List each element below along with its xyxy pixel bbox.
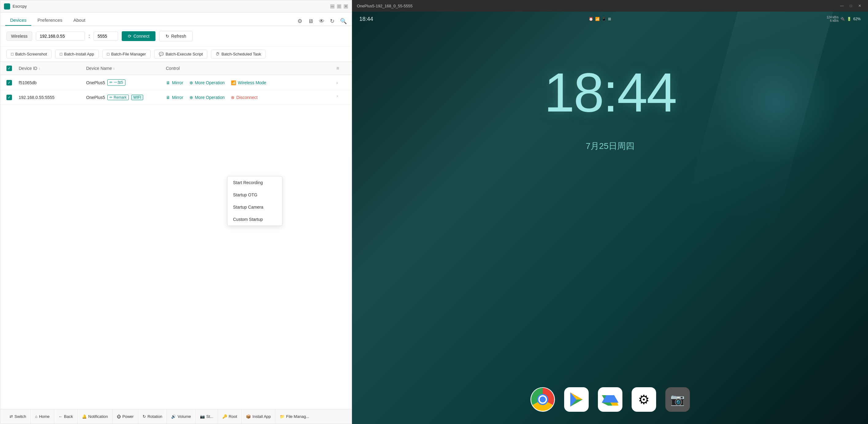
notification-button[interactable]: 🔔 Notification xyxy=(78,409,113,424)
install-app-button[interactable]: 📦 Install App xyxy=(242,409,275,424)
dropdown-startup-otg[interactable]: Startup OTG xyxy=(227,189,282,201)
switch-icon: ⇄ xyxy=(9,414,13,419)
row2-tag-remark[interactable]: ✏ Remark xyxy=(107,95,128,100)
port-input[interactable] xyxy=(94,32,118,41)
mirror-icon-1: 🖥 xyxy=(166,80,170,85)
batch-task-label: Batch-Scheduled Task xyxy=(221,52,261,56)
ip-input[interactable] xyxy=(36,32,85,41)
power-button[interactable]: ⏻ Power xyxy=(113,409,138,424)
phone-screen[interactable]: 18:44 ⏰ 📶 📱 ⊞ 124 kB/s 6 kB/s 🔌 🔋 62% 18… xyxy=(352,12,868,424)
power-icon: ⏻ xyxy=(117,414,121,419)
dock-settings[interactable]: ⚙ xyxy=(631,387,656,412)
row1-tag-1[interactable]: ✏ 一加5 xyxy=(107,79,125,86)
batch-install-icon: □ xyxy=(60,52,62,56)
row2-mirror-button[interactable]: 🖥 Mirror xyxy=(166,95,183,100)
phone-close-button[interactable]: ✕ xyxy=(856,3,863,8)
minimize-button[interactable]: — xyxy=(330,4,335,8)
settings-icon[interactable]: ⚙ xyxy=(298,18,302,25)
phone-maximize-button[interactable]: □ xyxy=(848,3,854,8)
row2-expand[interactable]: ˅ xyxy=(336,95,345,100)
home-button[interactable]: ⌂ Home xyxy=(31,409,54,424)
row2-more-op-button[interactable]: ⊕ More Operation xyxy=(189,95,225,100)
disconnect-label: Disconnect xyxy=(237,95,257,100)
tab-about[interactable]: About xyxy=(68,15,90,26)
phone-win-controls: — □ ✕ xyxy=(838,3,863,8)
mirror-label-1: Mirror xyxy=(172,80,183,85)
row1-mirror-button[interactable]: 🖥 Mirror xyxy=(166,80,183,85)
header-checkbox[interactable]: ✓ xyxy=(6,66,12,71)
app-logo xyxy=(4,3,10,9)
device-table: ✓ Device ID ↕ Device Name ↕ Control ≡ ✓ … xyxy=(0,62,352,409)
device-id-sort-icon[interactable]: ↕ xyxy=(39,66,40,70)
main-window: Escrcpy — □ ✕ Devices Preferences About … xyxy=(0,0,352,424)
switch-button[interactable]: ⇄ Switch xyxy=(5,409,31,424)
back-button[interactable]: ← Back xyxy=(54,409,78,424)
batch-script-button[interactable]: 💬 Batch-Execute Script xyxy=(154,50,207,59)
rotation-button[interactable]: ↻ Rotation xyxy=(138,409,167,424)
volume-icon: 🔊 xyxy=(171,414,176,419)
root-button[interactable]: 🔑 Root xyxy=(218,409,242,424)
close-button[interactable]: ✕ xyxy=(344,4,348,8)
row1-checkbox[interactable]: ✓ xyxy=(6,80,12,86)
battery-percent: 62% xyxy=(853,17,861,21)
batch-screenshot-button[interactable]: □ Batch-Screenshot xyxy=(6,50,52,59)
row1-expand[interactable]: › xyxy=(336,80,345,86)
batch-install-button[interactable]: □ Batch-Install App xyxy=(55,50,98,59)
volume-button[interactable]: 🔊 Volume xyxy=(167,409,195,424)
refresh-button[interactable]: ↻ Refresh xyxy=(159,31,192,41)
notification-icon: 🔔 xyxy=(82,414,87,419)
batch-script-icon: 💬 xyxy=(159,52,164,56)
notification-label: Notification xyxy=(88,414,108,419)
file-manager-icon: 📁 xyxy=(280,414,284,419)
batch-install-label: Batch-Install App xyxy=(64,52,94,56)
rotation-icon: ↻ xyxy=(143,414,146,419)
row1-expand-icon[interactable]: › xyxy=(336,80,338,85)
row2-checkbox[interactable]: ✓ xyxy=(6,95,12,100)
row1-control-cell: 🖥 Mirror ⊕ More Operation 📶 Wireless Mod… xyxy=(166,80,336,85)
batch-file-button[interactable]: □ Batch-File Manager xyxy=(102,50,151,59)
phone-window-title: OnePlus5-192_168_0_55-5555 xyxy=(357,4,412,8)
dock-chrome[interactable] xyxy=(530,387,555,412)
mirror-label-2: Mirror xyxy=(172,95,183,100)
wireless-label: Wireless xyxy=(6,32,32,41)
wireless-icon-1: 📶 xyxy=(231,80,236,85)
device-name-sort-icon[interactable]: ↕ xyxy=(113,66,115,70)
batch-screenshot-icon: □ xyxy=(11,52,13,56)
dock-drive[interactable] xyxy=(598,387,622,412)
row2-device-name: OnePlus5 xyxy=(86,95,105,100)
tab-devices[interactable]: Devices xyxy=(5,15,31,26)
more-operation-dropdown: Start Recording Startup OTG Startup Came… xyxy=(227,176,282,226)
th-checkbox: ✓ xyxy=(6,66,19,71)
dock-play-store[interactable] xyxy=(564,387,589,412)
app-title: Escrcpy xyxy=(12,4,27,8)
status-time: 18:44 xyxy=(359,16,373,22)
maximize-button[interactable]: □ xyxy=(337,4,341,8)
refresh-icon[interactable]: ↻ xyxy=(330,18,335,25)
dropdown-startup-camera[interactable]: Startup Camera xyxy=(227,201,282,213)
screenshot-button[interactable]: 📷 St... xyxy=(196,409,218,424)
file-manager-button[interactable]: 📁 File Manag... xyxy=(275,409,313,424)
dropdown-start-recording[interactable]: Start Recording xyxy=(227,176,282,189)
phone-minimize-button[interactable]: — xyxy=(838,3,846,8)
batch-task-button[interactable]: ⏱ Batch-Scheduled Task xyxy=(211,50,266,59)
dropdown-custom-startup[interactable]: Custom Startup xyxy=(227,213,282,226)
phone-clock: 18:44 xyxy=(544,61,676,124)
rotation-label: Rotation xyxy=(148,414,162,419)
filter-icon[interactable]: ≡ xyxy=(336,66,339,71)
device-row-1: ✓ f51065db OnePlus5 ✏ 一加5 🖥 Mirror ⊕ Mor… xyxy=(0,75,352,90)
batch-file-icon: □ xyxy=(107,52,110,56)
upload-speed: 124 kB/s xyxy=(827,15,839,19)
eye-icon[interactable]: 👁 xyxy=(319,18,324,25)
row1-more-op-button[interactable]: ⊕ More Operation xyxy=(189,80,225,85)
connect-button[interactable]: ⟳ Connect xyxy=(122,31,155,41)
row1-wireless-button[interactable]: 📶 Wireless Mode xyxy=(231,80,267,85)
row2-disconnect-button[interactable]: ⊗ Disconnect xyxy=(231,95,257,100)
title-bar-left: Escrcpy xyxy=(4,3,27,9)
screen-icon[interactable]: 🖥 xyxy=(308,18,313,25)
row2-device-id: 192.168.0.55:5555 xyxy=(19,95,86,100)
dock-camera[interactable]: 📷 xyxy=(665,387,690,412)
search-icon[interactable]: 🔍 xyxy=(340,18,347,25)
batch-bar: □ Batch-Screenshot □ Batch-Install App □… xyxy=(0,46,352,62)
tab-preferences[interactable]: Preferences xyxy=(32,15,67,26)
row2-expand-icon[interactable]: ˅ xyxy=(336,95,339,100)
